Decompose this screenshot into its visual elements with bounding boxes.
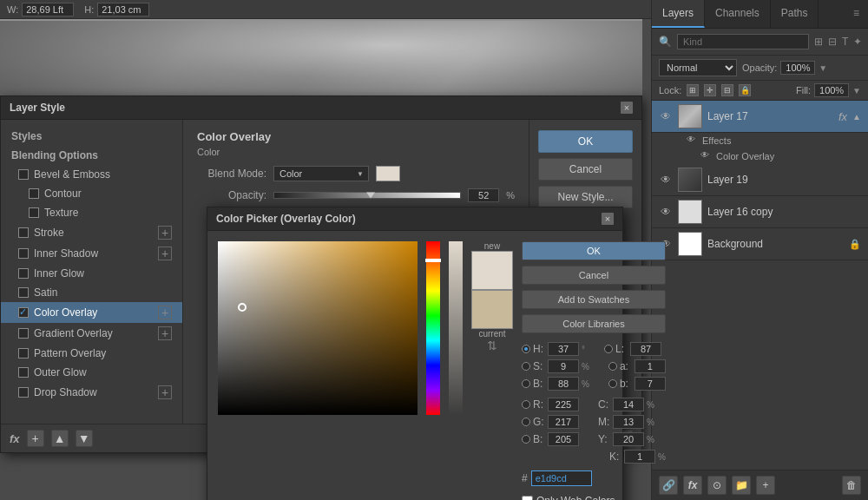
k-input[interactable] xyxy=(624,450,655,464)
style-satin[interactable]: Satin xyxy=(1,283,182,302)
layer-style-close-button[interactable]: × xyxy=(621,102,633,114)
style-drop-shadow[interactable]: Drop Shadow + xyxy=(1,382,182,403)
style-texture[interactable]: Texture xyxy=(1,203,182,222)
add-effect-button[interactable]: + xyxy=(27,430,44,447)
ok-button[interactable]: OK xyxy=(538,130,633,153)
satin-checkbox[interactable] xyxy=(18,287,29,298)
lock-pixels-icon[interactable]: ⊞ xyxy=(687,84,699,96)
stroke-checkbox[interactable] xyxy=(18,227,29,238)
layer-item-17[interactable]: 👁 Layer 17 fx ▲ xyxy=(652,101,868,133)
hex-input[interactable] xyxy=(531,470,592,486)
b2-radio[interactable] xyxy=(608,379,617,388)
delete-layer-button[interactable]: 🗑 xyxy=(842,476,861,495)
search-input[interactable] xyxy=(677,34,809,49)
opacity-input[interactable] xyxy=(780,61,815,75)
y-input[interactable] xyxy=(613,432,644,446)
w-input[interactable] xyxy=(22,3,74,16)
swap-colors-icon[interactable]: ⇅ xyxy=(487,339,497,352)
cp-color-libraries-button[interactable]: Color Libraries xyxy=(522,314,666,333)
h-input[interactable] xyxy=(97,3,149,16)
style-inner-shadow[interactable]: Inner Shadow + xyxy=(1,243,182,264)
fill-input[interactable] xyxy=(814,83,849,97)
opacity-input[interactable] xyxy=(468,188,499,202)
style-outer-glow[interactable]: Outer Glow xyxy=(1,363,182,382)
color-overlay-effect-item[interactable]: 👁 Color Overlay xyxy=(652,148,868,164)
panel-menu-icon[interactable]: ≡ xyxy=(845,0,868,28)
color-overlay-checkbox[interactable] xyxy=(18,307,29,318)
outer-glow-checkbox[interactable] xyxy=(18,367,29,378)
s-radio[interactable] xyxy=(522,362,530,371)
layer-17-visibility-icon[interactable]: 👁 xyxy=(659,109,673,123)
blend-mode-select[interactable]: Normal Multiply xyxy=(659,59,737,76)
m-input[interactable] xyxy=(613,415,644,429)
drop-shadow-checkbox[interactable] xyxy=(18,387,29,398)
add-mask-button[interactable]: ⊙ xyxy=(707,476,727,495)
h-input[interactable] xyxy=(548,342,579,356)
gradient-overlay-checkbox[interactable] xyxy=(18,328,29,339)
move-up-button[interactable]: ▲ xyxy=(51,430,69,447)
tab-paths[interactable]: Paths xyxy=(771,0,819,28)
style-inner-glow[interactable]: Inner Glow xyxy=(1,264,182,283)
effects-eye-icon[interactable]: 👁 xyxy=(687,135,699,147)
layer-item-19[interactable]: 👁 Layer 19 xyxy=(652,164,868,196)
cp-add-swatches-button[interactable]: Add to Swatches xyxy=(522,290,666,309)
alpha-slider[interactable] xyxy=(449,241,463,415)
l-input[interactable] xyxy=(630,342,661,356)
style-contour[interactable]: Contour xyxy=(1,184,182,203)
a-radio[interactable] xyxy=(608,362,617,371)
color-gradient-field[interactable] xyxy=(218,241,418,415)
gradient-overlay-add-icon[interactable]: + xyxy=(158,326,172,340)
move-down-button[interactable]: ▼ xyxy=(76,430,93,447)
new-style-button[interactable]: New Style... xyxy=(538,186,633,208)
layer-17-expand-icon[interactable]: ▲ xyxy=(852,112,861,122)
style-bevel-emboss[interactable]: Bevel & Emboss xyxy=(1,165,182,184)
cp-cancel-button[interactable]: Cancel xyxy=(522,266,666,285)
bevel-emboss-checkbox[interactable] xyxy=(18,169,29,180)
g-radio[interactable] xyxy=(522,418,530,426)
l-radio[interactable] xyxy=(604,345,613,353)
inner-shadow-checkbox[interactable] xyxy=(18,248,29,259)
r-input[interactable] xyxy=(548,398,579,411)
b2-input[interactable] xyxy=(635,377,666,391)
layer-19-visibility-icon[interactable]: 👁 xyxy=(659,173,673,187)
opacity-slider-track[interactable] xyxy=(273,192,461,199)
add-layer-style-button[interactable]: fx xyxy=(683,476,702,495)
inner-shadow-add-icon[interactable]: + xyxy=(158,247,172,260)
layer-item-16-copy[interactable]: 👁 Layer 16 copy xyxy=(652,196,868,228)
g-input[interactable] xyxy=(548,415,579,429)
tab-channels[interactable]: Channels xyxy=(705,0,771,28)
style-pattern-overlay[interactable]: Pattern Overlay xyxy=(1,344,182,363)
drop-shadow-add-icon[interactable]: + xyxy=(158,385,172,399)
lock-position-icon[interactable]: ✛ xyxy=(704,84,716,96)
style-color-overlay[interactable]: Color Overlay + xyxy=(1,302,182,323)
contour-checkbox[interactable] xyxy=(29,188,39,199)
inner-glow-checkbox[interactable] xyxy=(18,268,29,279)
filter-icon-1[interactable]: ⊟ xyxy=(828,36,837,48)
blending-options-item[interactable]: Blending Options xyxy=(1,146,182,165)
only-web-colors-checkbox[interactable] xyxy=(522,496,533,501)
texture-checkbox[interactable] xyxy=(29,207,39,218)
style-gradient-overlay[interactable]: Gradient Overlay + xyxy=(1,323,182,344)
s-input[interactable] xyxy=(548,359,579,373)
layer-16-visibility-icon[interactable]: 👁 xyxy=(659,205,673,219)
b-input[interactable] xyxy=(548,377,579,391)
hue-slider[interactable] xyxy=(426,241,440,415)
h-radio[interactable] xyxy=(522,345,530,353)
color-overlay-eye-icon[interactable]: 👁 xyxy=(700,150,713,162)
new-group-button[interactable]: 📁 xyxy=(732,476,751,495)
b-radio[interactable] xyxy=(522,379,530,388)
lock-artboard-icon[interactable]: ⊟ xyxy=(721,84,733,96)
lock-all-icon[interactable]: 🔒 xyxy=(739,84,751,96)
style-stroke[interactable]: Stroke + xyxy=(1,222,182,243)
c-input[interactable] xyxy=(613,398,644,411)
a-input[interactable] xyxy=(635,359,666,373)
filter-icon-2[interactable]: T xyxy=(842,36,848,48)
blend-mode-select[interactable]: Color Normal Multiply Screen xyxy=(273,166,369,181)
new-layer-button[interactable]: + xyxy=(756,476,775,495)
cp-ok-button[interactable]: OK xyxy=(522,241,666,260)
filter-icon-3[interactable]: ✦ xyxy=(853,36,862,48)
color-swatch[interactable] xyxy=(376,166,400,181)
b3-radio[interactable] xyxy=(522,435,530,444)
tab-layers[interactable]: Layers xyxy=(652,0,705,28)
color-overlay-add-icon[interactable]: + xyxy=(158,306,172,319)
